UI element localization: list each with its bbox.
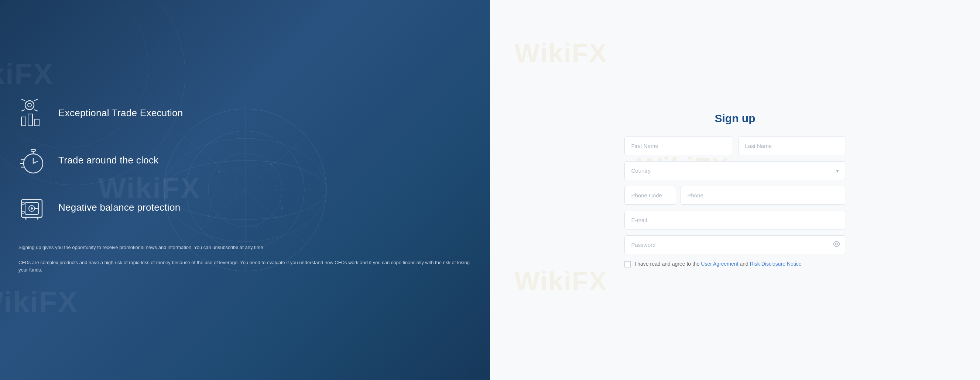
disclaimer-section: Signing up gives you the opportunity to … [19, 244, 471, 282]
feature-trade-clock: Trade around the clock [19, 146, 471, 175]
agreement-checkbox[interactable] [624, 261, 631, 268]
feature-trade-execution-title: Exceptional Trade Execution [58, 108, 183, 119]
phone-code-input[interactable] [624, 186, 676, 205]
agreement-text: I have read and agree to the User Agreem… [635, 260, 802, 268]
user-agreement-link[interactable]: User Agreement [701, 261, 738, 267]
agreement-text-prefix: I have read and agree to the [635, 261, 700, 267]
feature-trade-clock-title: Trade around the clock [58, 155, 159, 166]
svg-point-40 [31, 207, 33, 209]
svg-rect-36 [32, 149, 35, 150]
feature-balance-protection-title: Negative balance protection [58, 202, 180, 213]
form-title: Sign up [624, 112, 846, 125]
right-panel: WikiFX WikiFX WikiFX Sign up Country Uni… [490, 0, 980, 380]
email-group [624, 211, 846, 230]
watermark-left-3: WikiFX [0, 285, 78, 319]
svg-point-19 [25, 101, 34, 109]
watermark-right-1: WikiFX [514, 38, 607, 68]
signup-form-container: Sign up Country United States United Kin… [624, 112, 846, 268]
svg-point-50 [835, 243, 837, 245]
svg-line-24 [34, 109, 38, 111]
svg-rect-26 [28, 114, 32, 126]
svg-line-32 [33, 161, 38, 163]
watermark-right-3: WikiFX [514, 266, 607, 296]
agreement-and-text: and [740, 261, 748, 267]
name-row [624, 136, 846, 155]
svg-point-46 [38, 203, 39, 205]
agreement-row: I have read and agree to the User Agreem… [624, 260, 846, 268]
country-group: Country United States United Kingdom Ger… [624, 161, 846, 180]
trade-execution-icon [19, 98, 48, 128]
password-input[interactable] [624, 235, 846, 254]
password-group [624, 235, 846, 254]
svg-rect-25 [21, 117, 26, 126]
left-panel: WikiFX WikiFX WikiFX Exceptional Trade E… [0, 0, 490, 380]
phone-input[interactable] [681, 186, 846, 205]
svg-rect-27 [35, 119, 39, 126]
first-name-input[interactable] [624, 136, 732, 155]
country-select[interactable]: Country United States United Kingdom Ger… [624, 161, 846, 180]
clock-icon [19, 146, 48, 175]
safe-icon [19, 193, 48, 222]
watermark-left-1: WikiFX [0, 57, 54, 91]
email-input[interactable] [624, 211, 846, 230]
svg-line-21 [21, 99, 25, 101]
svg-point-13 [256, 226, 257, 228]
svg-point-49 [38, 212, 39, 214]
feature-trade-execution: Exceptional Trade Execution [19, 98, 471, 128]
svg-point-47 [38, 206, 39, 208]
disclaimer-1: Signing up gives you the opportunity to … [19, 244, 471, 252]
disclaimer-2: CFDs are complex products and have a hig… [19, 259, 471, 274]
phone-row [624, 186, 846, 205]
svg-line-23 [21, 109, 25, 111]
feature-balance-protection: Negative balance protection [19, 193, 471, 222]
svg-point-20 [28, 103, 32, 107]
svg-point-48 [38, 209, 39, 211]
last-name-input[interactable] [738, 136, 846, 155]
risk-disclosure-link[interactable]: Risk Disclosure Notice [750, 261, 802, 267]
eye-icon[interactable] [833, 240, 840, 249]
svg-line-22 [34, 99, 38, 101]
